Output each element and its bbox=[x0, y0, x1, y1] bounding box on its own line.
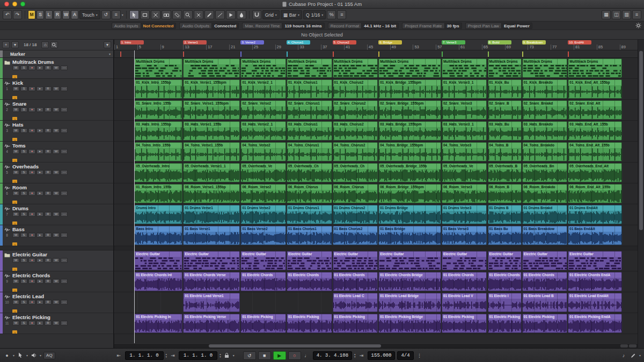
marker-flag[interactable] bbox=[442, 51, 443, 57]
track-row-electric-picking[interactable]: 11Electric PickingMS●▸RW⋯♪ bbox=[0, 313, 113, 334]
audio-inputs-status[interactable]: Audio InputsNot Connected bbox=[112, 23, 176, 29]
audio-event[interactable]: 05_Overheads_Ve bbox=[442, 163, 487, 182]
monitor-button[interactable]: ▸ bbox=[36, 300, 43, 305]
audio-event[interactable]: 01 Electric Lead Bridge bbox=[378, 293, 441, 312]
monitor-button[interactable]: ▸ bbox=[36, 86, 43, 91]
audio-event[interactable]: 01 Drums Breakd bbox=[522, 205, 568, 224]
tool-mute-icon[interactable] bbox=[194, 10, 203, 19]
track-lane-drums[interactable]: Drums Intro01 Drums Verse101 Drums Verse… bbox=[114, 204, 638, 225]
track-filter-button[interactable]: ▾ bbox=[11, 41, 19, 48]
audio-event[interactable]: 01_Kick_Verse1_155bpm bbox=[183, 79, 240, 99]
audio-event[interactable]: 04_Toms_Verse3 bbox=[442, 142, 487, 161]
audio-event[interactable]: 01 Bass Bridge bbox=[378, 226, 441, 245]
write-automation-button[interactable]: W bbox=[53, 258, 60, 263]
tool-zoom-icon[interactable] bbox=[183, 10, 193, 19]
musical-timebase-badge[interactable]: ♪ bbox=[12, 138, 17, 141]
write-automation-button[interactable]: W bbox=[53, 191, 60, 196]
audio-event[interactable]: 03_Hats_Chorus1 bbox=[287, 121, 332, 141]
mute-button[interactable]: M bbox=[12, 321, 19, 326]
write-automation-button[interactable]: W bbox=[53, 279, 60, 284]
audio-event[interactable]: 03_Hats_Chorus2 bbox=[333, 121, 378, 141]
undo-button[interactable]: ↶ bbox=[3, 10, 12, 19]
audio-event[interactable]: 02_Snare_End_Alt bbox=[568, 100, 622, 120]
track-lane-snare[interactable]: 01_Snare_Intro_155b02_Snare_Verse1_155bp… bbox=[114, 100, 638, 121]
folder-event[interactable]: Multitrack Drums bbox=[522, 58, 568, 78]
folder-event[interactable]: Electric Guitar bbox=[442, 251, 487, 270]
snap-magnet-icon[interactable] bbox=[252, 10, 261, 19]
audio-event[interactable]: 01_Kick_Chorus1 bbox=[287, 79, 332, 99]
folder-event[interactable]: Multitrack Drums bbox=[287, 58, 332, 78]
chevron-down-icon[interactable]: ▾ bbox=[40, 353, 41, 357]
record-modes-icon[interactable]: ● bbox=[3, 352, 11, 359]
tool-erase-icon[interactable] bbox=[172, 10, 182, 19]
zoom-out-button[interactable] bbox=[620, 344, 628, 348]
read-automation-button[interactable]: R bbox=[45, 65, 52, 70]
solo-button[interactable]: S bbox=[20, 191, 27, 196]
record-arm-button[interactable]: ● bbox=[28, 191, 35, 196]
audio-event[interactable]: 01 Electric Chords Bridge bbox=[378, 272, 441, 291]
audio-event[interactable]: 05_Overheads_B bbox=[488, 163, 522, 182]
audio-event[interactable]: 03_Hats_Verse1_155b bbox=[183, 121, 240, 141]
snap-type-select[interactable]: Grid▾ bbox=[262, 10, 280, 19]
marker-flag[interactable] bbox=[333, 51, 334, 57]
musical-timebase-badge[interactable]: ♪ bbox=[12, 309, 17, 313]
audio-event[interactable]: 06_Room_B bbox=[488, 184, 522, 203]
track-lane-toms[interactable]: 04_Toms_Intro_155b04_Toms_Verse1_155b04_… bbox=[114, 142, 638, 162]
mute-button[interactable]: M bbox=[12, 65, 19, 70]
write-automation-button[interactable]: W bbox=[53, 233, 60, 238]
record-format-status[interactable]: Record Format44.1 kHz - 16 bit bbox=[328, 23, 399, 29]
musical-timebase-badge[interactable]: ♪ bbox=[12, 180, 17, 183]
pan-law-status[interactable]: Project Pan LawEqual Power bbox=[465, 23, 532, 29]
audio-event[interactable]: 01 Electric Lead C bbox=[333, 293, 378, 312]
track-lane-multitrack-drums[interactable]: Multitrack DrumsMultitrack DrumsMultitra… bbox=[114, 58, 638, 79]
audio-event[interactable]: 01_Kick_Verse3_1 bbox=[442, 79, 487, 99]
audio-event[interactable]: 01 Electric Picking bbox=[333, 314, 378, 333]
speaker-icon[interactable] bbox=[30, 352, 38, 359]
record-arm-button[interactable]: ● bbox=[28, 170, 35, 175]
track-row-snare[interactable]: 2SnareMS●▸RW⋯♪ bbox=[0, 100, 113, 121]
mute-button[interactable]: M bbox=[12, 300, 19, 305]
automation-w-button[interactable]: W bbox=[62, 10, 70, 19]
audio-event[interactable]: Drums Intro bbox=[134, 205, 182, 224]
audio-event[interactable]: 01 Electric Picking bbox=[287, 314, 332, 333]
audio-event[interactable]: 06_Room_End_Alt_155b bbox=[568, 184, 622, 203]
automation-r-button[interactable]: R bbox=[54, 10, 61, 19]
read-automation-button[interactable]: R bbox=[45, 191, 52, 196]
record-arm-button[interactable]: ● bbox=[28, 212, 35, 217]
record-arm-button[interactable]: ● bbox=[28, 128, 35, 133]
quantize-preset-select[interactable]: Q1/16▾ bbox=[303, 10, 326, 19]
monitor-button[interactable]: ▸ bbox=[36, 279, 43, 284]
vertical-scrollbar[interactable] bbox=[638, 40, 644, 348]
track-lane-electric-guitar[interactable]: Electric GuitarElectric GuitarElectric G… bbox=[114, 250, 638, 271]
play-button[interactable]: ▶ bbox=[273, 351, 286, 360]
audio-event[interactable]: 01_Kick_Verse2_1 bbox=[240, 79, 286, 99]
write-automation-button[interactable]: W bbox=[53, 65, 60, 70]
musical-timebase-badge[interactable]: ♪ bbox=[12, 330, 17, 334]
frame-rate-status[interactable]: Project Frame Rate30 fps bbox=[402, 23, 462, 29]
mute-button[interactable]: M bbox=[12, 212, 19, 217]
iterative-quantize-icon[interactable]: % bbox=[327, 10, 336, 19]
monitor-button[interactable]: ▸ bbox=[36, 107, 43, 112]
folder-event[interactable]: Multitrack Drums bbox=[442, 58, 487, 78]
add-track-button[interactable]: + bbox=[2, 41, 10, 48]
monitor-button[interactable]: ▸ bbox=[36, 191, 43, 196]
track-row-electric-chords[interactable]: 9Electric ChordsMS●▸RW⋯♪ bbox=[0, 271, 113, 292]
audio-event[interactable]: 01_Snare_Intro_155b bbox=[134, 100, 182, 120]
audio-event[interactable]: 06_Room_Breakdo bbox=[522, 184, 568, 203]
mute-button[interactable]: M bbox=[12, 170, 19, 175]
audio-event[interactable]: 01 Electric Chords Int bbox=[134, 272, 182, 291]
automation-a-button[interactable]: A bbox=[71, 10, 78, 19]
automation-mode-select[interactable]: Touch▾ bbox=[79, 10, 100, 19]
mute-button[interactable]: M bbox=[12, 233, 19, 238]
step-down-icon[interactable]: ▾ bbox=[219, 356, 221, 358]
tool-range-selection-icon[interactable] bbox=[140, 10, 150, 19]
read-automation-button[interactable]: R bbox=[45, 279, 52, 284]
audio-event[interactable]: 01 Electric Chords bbox=[287, 272, 332, 291]
horizontal-scroll-thumb[interactable] bbox=[209, 344, 382, 348]
track-lane-electric-picking[interactable]: 01 Electric Picking In01 Electric Pickin… bbox=[114, 313, 638, 334]
read-automation-button[interactable]: R bbox=[45, 258, 52, 263]
audio-event[interactable]: 01 Drums Verse1 bbox=[183, 205, 240, 224]
pencil-icon[interactable] bbox=[630, 352, 637, 359]
audio-event[interactable]: 05_Overheads_Verse1_1 bbox=[183, 163, 240, 182]
read-automation-button[interactable]: R bbox=[45, 233, 52, 238]
